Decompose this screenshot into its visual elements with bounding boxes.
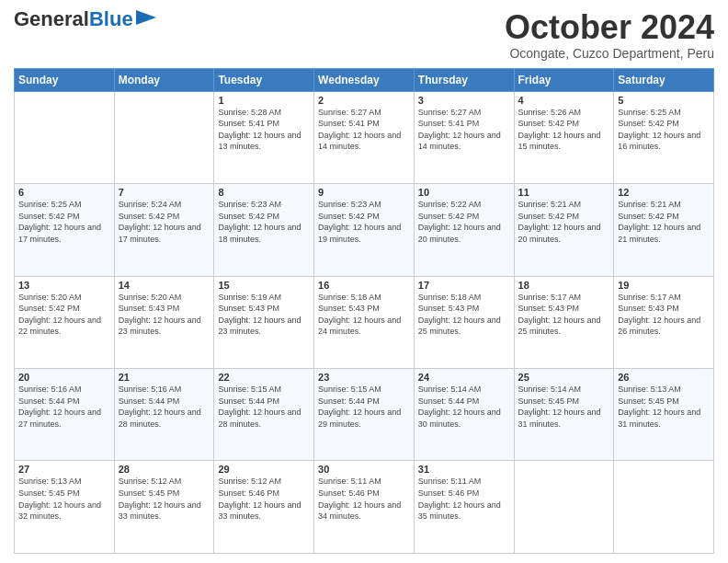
- day-header-wednesday: Wednesday: [314, 68, 415, 91]
- calendar-cell: [514, 461, 614, 554]
- day-number: 4: [518, 95, 610, 106]
- calendar-cell: [15, 91, 115, 183]
- day-number: 15: [218, 280, 310, 291]
- calendar-week-row: 1Sunrise: 5:28 AMSunset: 5:41 PMDaylight…: [15, 91, 714, 183]
- calendar-cell: 9Sunrise: 5:23 AMSunset: 5:42 PMDaylight…: [314, 184, 415, 276]
- calendar-header-row: SundayMondayTuesdayWednesdayThursdayFrid…: [15, 68, 714, 91]
- day-number: 29: [218, 464, 310, 475]
- day-number: 23: [318, 372, 410, 383]
- calendar-cell: 23Sunrise: 5:15 AMSunset: 5:44 PMDayligh…: [314, 369, 415, 461]
- day-info: Sunrise: 5:25 AMSunset: 5:42 PMDaylight:…: [18, 199, 110, 245]
- calendar-week-row: 27Sunrise: 5:13 AMSunset: 5:45 PMDayligh…: [15, 461, 714, 554]
- day-number: 13: [18, 280, 110, 291]
- day-info: Sunrise: 5:16 AMSunset: 5:44 PMDaylight:…: [119, 384, 210, 430]
- day-number: 6: [18, 187, 110, 198]
- day-info: Sunrise: 5:11 AMSunset: 5:46 PMDaylight:…: [418, 476, 510, 522]
- calendar-week-row: 20Sunrise: 5:16 AMSunset: 5:44 PMDayligh…: [15, 369, 714, 461]
- calendar-cell: 11Sunrise: 5:21 AMSunset: 5:42 PMDayligh…: [514, 184, 614, 276]
- day-number: 22: [218, 372, 310, 383]
- calendar-cell: 20Sunrise: 5:16 AMSunset: 5:44 PMDayligh…: [15, 369, 115, 461]
- calendar-cell: 30Sunrise: 5:11 AMSunset: 5:46 PMDayligh…: [314, 461, 415, 554]
- day-number: 8: [218, 187, 310, 198]
- day-info: Sunrise: 5:14 AMSunset: 5:44 PMDaylight:…: [418, 384, 510, 430]
- logo: GeneralBlue: [14, 9, 156, 29]
- logo-blue-text: Blue: [89, 7, 133, 30]
- day-number: 3: [418, 95, 510, 106]
- day-info: Sunrise: 5:13 AMSunset: 5:45 PMDaylight:…: [18, 476, 110, 522]
- day-info: Sunrise: 5:20 AMSunset: 5:43 PMDaylight:…: [119, 292, 210, 338]
- day-number: 10: [418, 187, 510, 198]
- day-info: Sunrise: 5:15 AMSunset: 5:44 PMDaylight:…: [318, 384, 410, 430]
- day-number: 11: [518, 187, 610, 198]
- day-info: Sunrise: 5:19 AMSunset: 5:43 PMDaylight:…: [218, 292, 310, 338]
- day-info: Sunrise: 5:21 AMSunset: 5:42 PMDaylight:…: [518, 199, 610, 245]
- day-info: Sunrise: 5:17 AMSunset: 5:43 PMDaylight:…: [518, 292, 610, 338]
- day-info: Sunrise: 5:27 AMSunset: 5:41 PMDaylight:…: [318, 107, 410, 153]
- day-info: Sunrise: 5:23 AMSunset: 5:42 PMDaylight:…: [318, 199, 410, 245]
- day-number: 30: [318, 464, 410, 475]
- day-info: Sunrise: 5:15 AMSunset: 5:44 PMDaylight:…: [218, 384, 310, 430]
- day-info: Sunrise: 5:18 AMSunset: 5:43 PMDaylight:…: [318, 292, 410, 338]
- day-number: 26: [618, 372, 710, 383]
- calendar-cell: 14Sunrise: 5:20 AMSunset: 5:43 PMDayligh…: [114, 276, 214, 368]
- day-info: Sunrise: 5:23 AMSunset: 5:42 PMDaylight:…: [218, 199, 310, 245]
- day-number: 1: [218, 95, 310, 106]
- day-number: 31: [418, 464, 510, 475]
- logo-flag-icon: [136, 10, 156, 27]
- day-info: Sunrise: 5:28 AMSunset: 5:41 PMDaylight:…: [218, 107, 310, 153]
- day-header-friday: Friday: [514, 68, 614, 91]
- calendar-cell: 6Sunrise: 5:25 AMSunset: 5:42 PMDaylight…: [15, 184, 115, 276]
- page: GeneralBlue October 2024 Ocongate, Cuzco…: [0, 0, 728, 563]
- calendar-cell: 12Sunrise: 5:21 AMSunset: 5:42 PMDayligh…: [614, 184, 714, 276]
- calendar-cell: 2Sunrise: 5:27 AMSunset: 5:41 PMDaylight…: [314, 91, 415, 183]
- logo-general-text: General: [14, 7, 89, 30]
- day-info: Sunrise: 5:16 AMSunset: 5:44 PMDaylight:…: [18, 384, 110, 430]
- calendar-cell: 24Sunrise: 5:14 AMSunset: 5:44 PMDayligh…: [414, 369, 514, 461]
- subtitle: Ocongate, Cuzco Department, Peru: [505, 46, 714, 61]
- calendar-cell: 7Sunrise: 5:24 AMSunset: 5:42 PMDaylight…: [114, 184, 214, 276]
- day-number: 28: [119, 464, 210, 475]
- calendar-cell: [114, 91, 214, 183]
- title-section: October 2024 Ocongate, Cuzco Department,…: [505, 9, 714, 61]
- calendar-cell: 22Sunrise: 5:15 AMSunset: 5:44 PMDayligh…: [214, 369, 314, 461]
- day-info: Sunrise: 5:25 AMSunset: 5:42 PMDaylight:…: [618, 107, 710, 153]
- calendar-cell: 31Sunrise: 5:11 AMSunset: 5:46 PMDayligh…: [414, 461, 514, 554]
- calendar-cell: 26Sunrise: 5:13 AMSunset: 5:45 PMDayligh…: [614, 369, 714, 461]
- day-info: Sunrise: 5:27 AMSunset: 5:41 PMDaylight:…: [418, 107, 510, 153]
- day-number: 12: [618, 187, 710, 198]
- calendar-cell: 25Sunrise: 5:14 AMSunset: 5:45 PMDayligh…: [514, 369, 614, 461]
- day-info: Sunrise: 5:12 AMSunset: 5:45 PMDaylight:…: [119, 476, 210, 522]
- day-number: 9: [318, 187, 410, 198]
- calendar-cell: 16Sunrise: 5:18 AMSunset: 5:43 PMDayligh…: [314, 276, 415, 368]
- day-number: 21: [119, 372, 210, 383]
- calendar-cell: 13Sunrise: 5:20 AMSunset: 5:42 PMDayligh…: [15, 276, 115, 368]
- calendar-cell: 3Sunrise: 5:27 AMSunset: 5:41 PMDaylight…: [414, 91, 514, 183]
- calendar-cell: [614, 461, 714, 554]
- day-header-monday: Monday: [114, 68, 214, 91]
- day-info: Sunrise: 5:17 AMSunset: 5:43 PMDaylight:…: [618, 292, 710, 338]
- calendar-cell: 1Sunrise: 5:28 AMSunset: 5:41 PMDaylight…: [214, 91, 314, 183]
- calendar-cell: 19Sunrise: 5:17 AMSunset: 5:43 PMDayligh…: [614, 276, 714, 368]
- calendar-cell: 29Sunrise: 5:12 AMSunset: 5:46 PMDayligh…: [214, 461, 314, 554]
- day-number: 27: [18, 464, 110, 475]
- calendar-cell: 28Sunrise: 5:12 AMSunset: 5:45 PMDayligh…: [114, 461, 214, 554]
- calendar-week-row: 13Sunrise: 5:20 AMSunset: 5:42 PMDayligh…: [15, 276, 714, 368]
- month-title: October 2024: [505, 9, 714, 46]
- calendar-cell: 8Sunrise: 5:23 AMSunset: 5:42 PMDaylight…: [214, 184, 314, 276]
- day-info: Sunrise: 5:18 AMSunset: 5:43 PMDaylight:…: [418, 292, 510, 338]
- calendar-cell: 18Sunrise: 5:17 AMSunset: 5:43 PMDayligh…: [514, 276, 614, 368]
- day-header-sunday: Sunday: [15, 68, 115, 91]
- day-info: Sunrise: 5:21 AMSunset: 5:42 PMDaylight:…: [618, 199, 710, 245]
- day-info: Sunrise: 5:13 AMSunset: 5:45 PMDaylight:…: [618, 384, 710, 430]
- day-header-thursday: Thursday: [414, 68, 514, 91]
- day-number: 5: [618, 95, 710, 106]
- svg-marker-0: [136, 10, 156, 25]
- calendar-table: SundayMondayTuesdayWednesdayThursdayFrid…: [14, 68, 714, 554]
- calendar-cell: 21Sunrise: 5:16 AMSunset: 5:44 PMDayligh…: [114, 369, 214, 461]
- day-number: 7: [119, 187, 210, 198]
- calendar-cell: 15Sunrise: 5:19 AMSunset: 5:43 PMDayligh…: [214, 276, 314, 368]
- calendar-cell: 27Sunrise: 5:13 AMSunset: 5:45 PMDayligh…: [15, 461, 115, 554]
- calendar-cell: 5Sunrise: 5:25 AMSunset: 5:42 PMDaylight…: [614, 91, 714, 183]
- day-info: Sunrise: 5:26 AMSunset: 5:42 PMDaylight:…: [518, 107, 610, 153]
- day-number: 19: [618, 280, 710, 291]
